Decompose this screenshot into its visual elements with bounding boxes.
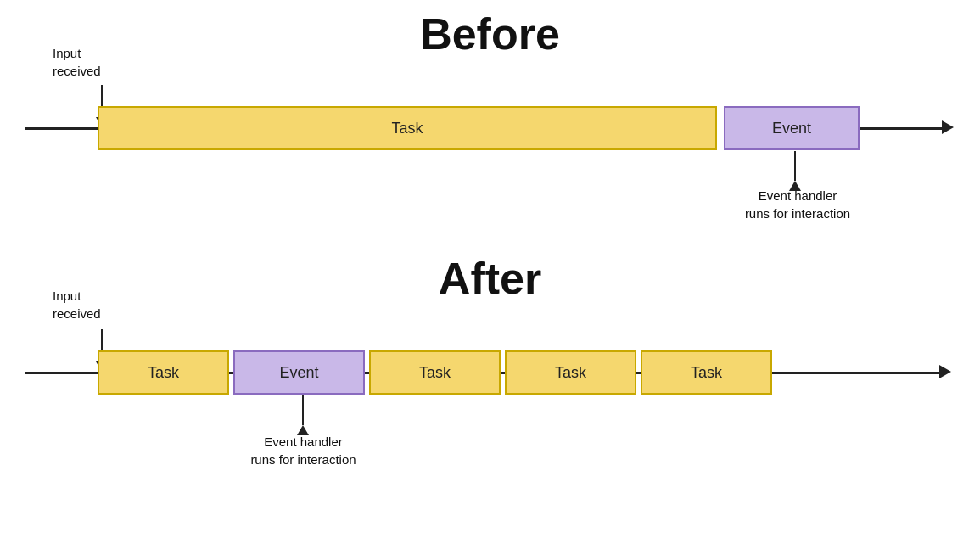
after-title: After <box>0 253 980 304</box>
after-event-arrow <box>297 395 309 435</box>
before-input-label: Input received <box>53 44 129 80</box>
after-timeline-right <box>772 372 942 374</box>
after-task1-block: Task <box>98 350 229 395</box>
before-event-annotation: Event handler runs for interaction <box>730 187 865 222</box>
after-task4-block: Task <box>641 350 772 395</box>
before-timeline-left <box>25 127 98 130</box>
before-event-arrow <box>789 151 801 191</box>
after-timeline-left <box>25 372 98 374</box>
after-input-label: Input received <box>53 287 129 322</box>
before-task-block: Task <box>98 106 717 150</box>
before-title: Before <box>0 8 980 59</box>
before-event-block: Event <box>724 106 860 150</box>
after-arrow-head <box>939 365 951 378</box>
before-timeline-right <box>860 127 944 130</box>
diagram-container: Before Input received Task Event Event h… <box>0 0 980 549</box>
after-task2-block: Task <box>369 350 501 395</box>
after-event-annotation: Event handler runs for interaction <box>225 433 382 468</box>
after-event-block: Event <box>233 350 365 395</box>
before-arrow-head <box>942 120 954 134</box>
after-task3-block: Task <box>505 350 636 395</box>
